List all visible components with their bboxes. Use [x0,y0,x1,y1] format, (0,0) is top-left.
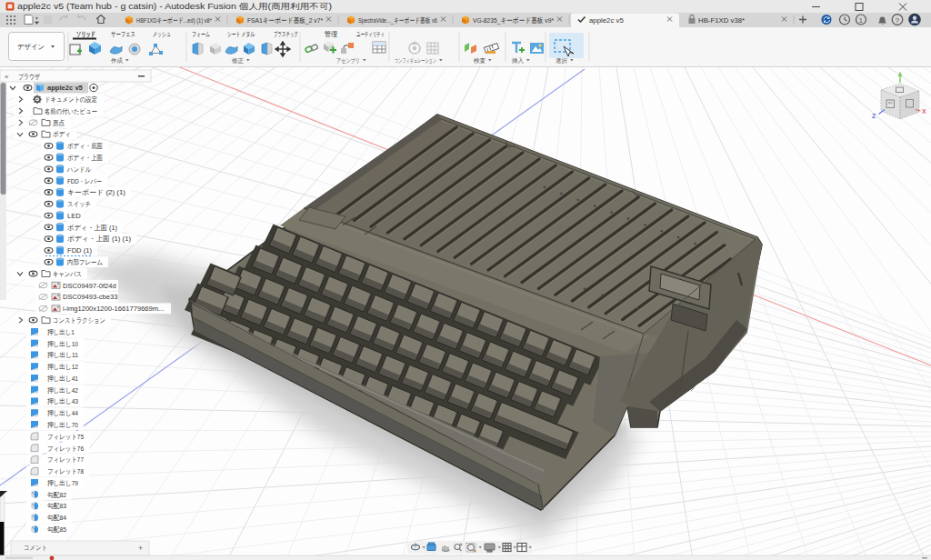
svg-text:キャンバス: キャンバス [53,270,82,278]
svg-text:修正: 修正 [232,57,244,65]
svg-text:フィレット77: フィレット77 [47,455,84,464]
svg-text:FDD (1): FDD (1) [67,246,92,255]
svg-text:勾配84: 勾配84 [47,514,66,522]
svg-text:DSC09493-cbe33: DSC09493-cbe33 [63,293,117,301]
svg-text:ブラウザ: ブラウザ [18,73,40,81]
svg-text:+: + [138,544,143,553]
svg-text:ハンドル: ハンドル [66,165,91,174]
svg-text:押し出し79: 押し出し79 [47,479,78,487]
svg-text:アセンブリ: アセンブリ [336,57,360,65]
svg-text:ボディ: ボディ [53,130,71,138]
svg-text:押し出し70: 押し出し70 [47,421,78,429]
svg-text:Z: Z [872,113,876,119]
svg-text:HBF1XDキーボード...ed) (1) v8*: HBF1XDキーボード...ed) (1) v8* [136,16,212,25]
svg-text:キーボード (2) (1): キーボード (2) (1) [67,188,125,196]
svg-text:押し出し42: 押し出し42 [47,386,78,395]
svg-text:プラスチック: プラスチック [274,30,298,38]
svg-text:ボディ・上面: ボディ・上面 [67,154,103,162]
svg-text:HB-F1XD v38*: HB-F1XD v38* [698,16,745,25]
svg-text:ボディ・上面 (1): ボディ・上面 (1) [67,224,117,232]
svg-text:勾配83: 勾配83 [47,502,66,510]
svg-text:ボディ・上面 (1) (1): ボディ・上面 (1) (1) [67,235,131,243]
svg-text:押し出し10: 押し出し10 [47,340,78,348]
svg-text:ボディ・底面: ボディ・底面 [67,142,103,150]
svg-text:押し出し1: 押し出し1 [47,328,75,336]
svg-text:勾配85: 勾配85 [47,525,66,534]
svg-text:管理: 管理 [325,30,338,38]
svg-text:メッシュ: メッシュ [153,30,171,38]
svg-text:?: ? [896,16,900,25]
svg-text:スイッチ: スイッチ [67,200,91,208]
svg-text:シート メタル: シート メタル [227,30,255,38]
svg-text:VG-8235_キーボード基板 v9*: VG-8235_キーボード基板 v9* [473,16,554,25]
svg-text:押し出し11: 押し出し11 [47,351,78,359]
svg-text:コメント: コメント [24,544,47,552]
svg-text:名前の付いたビュー: 名前の付いたビュー [45,107,97,115]
svg-text:FDD・レバー: FDD・レバー [67,177,102,185]
svg-text:ユーティリティ: ユーティリティ [356,30,385,38]
svg-text:X: X [922,108,926,115]
svg-text:ソリッド: ソリッド [76,30,95,38]
svg-text:検査: 検査 [474,57,486,64]
svg-text:apple2c v5: apple2c v5 [47,84,84,92]
svg-text:原点: 原点 [53,119,65,127]
svg-text:フィレット78: フィレット78 [47,467,84,475]
svg-text:1: 1 [859,16,863,25]
svg-text:フィレット75: フィレット75 [47,433,84,441]
svg-text:サーフェス: サーフェス [111,30,135,38]
svg-text:ドキュメントの設定: ドキュメントの設定 [45,95,97,104]
svg-text:押し出し41: 押し出し41 [47,375,78,383]
svg-text:デザイン: デザイン [17,43,45,51]
svg-text:コンストラクション: コンストラクション [53,316,105,325]
svg-text:内部フレーム: 内部フレーム [67,258,103,266]
svg-text:押し出し44: 押し出し44 [47,409,78,417]
svg-text:i-img1200x1200-1661779669m...: i-img1200x1200-1661779669m... [63,305,164,313]
svg-text:押し出し43: 押し出し43 [47,397,78,405]
svg-text:挿入: 挿入 [512,57,524,65]
svg-text:FSA1キーボード基板_2 v7*: FSA1キーボード基板_2 v7* [247,16,323,25]
svg-text:apple2c v5: apple2c v5 [589,16,624,25]
svg-text:apple2c v5 (Team hub - g catsi: apple2c v5 (Team hub - g catsin) - Autod… [17,2,332,11]
svg-text:DSC09497-0f24d: DSC09497-0f24d [63,282,116,290]
svg-text:勾配82: 勾配82 [47,491,66,499]
svg-text:LED: LED [67,212,81,220]
svg-text:フォーム: フォーム [192,30,210,38]
svg-text:押し出し12: 押し出し12 [47,363,78,371]
svg-text:SpectraVide..._キーボード基板 v6: SpectraVide..._キーボード基板 v6 [358,16,437,25]
svg-text:作成: 作成 [110,57,123,64]
svg-text:フィレット76: フィレット76 [47,445,84,453]
svg-text:«: « [5,73,9,81]
svg-text:コンフィギュレーション: コンフィギュレーション [395,57,436,64]
